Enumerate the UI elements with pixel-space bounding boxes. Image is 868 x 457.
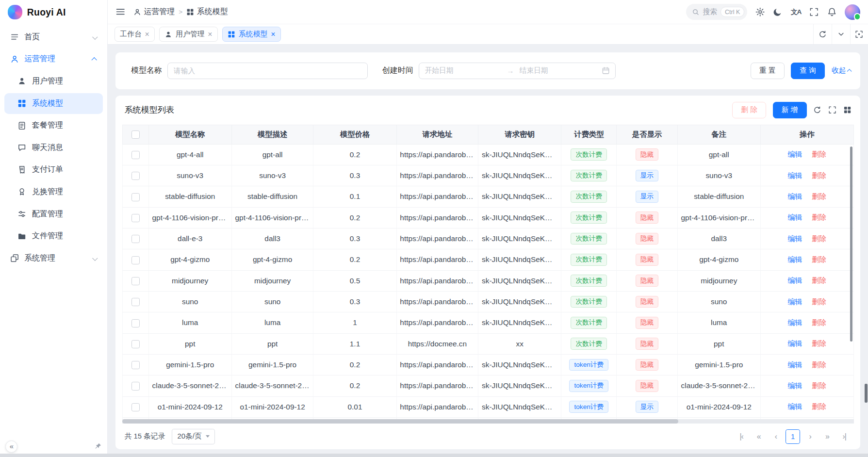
language-button[interactable]: 文A: [791, 8, 801, 16]
row-checkbox[interactable]: [131, 256, 140, 264]
add-button[interactable]: 新 增: [773, 102, 807, 118]
sidebar-item-payment-orders[interactable]: 支付订单: [4, 159, 103, 180]
table-fullscreen-button[interactable]: [828, 106, 836, 114]
sidebar-item-chat-messages[interactable]: 聊天消息: [4, 137, 103, 158]
fullscreen-button[interactable]: [809, 7, 819, 16]
delete-link[interactable]: 删除: [812, 382, 826, 390]
sidebar-item-user-management[interactable]: 用户管理: [4, 71, 103, 92]
edit-link[interactable]: 编辑: [787, 277, 802, 284]
row-checkbox[interactable]: [131, 382, 140, 390]
billing-type-tag: 次数计费: [571, 254, 607, 266]
model-name-input[interactable]: [167, 63, 368, 79]
close-icon[interactable]: ×: [271, 31, 275, 38]
tab-system-model[interactable]: 系统模型 ×: [222, 27, 281, 42]
row-checkbox[interactable]: [131, 151, 140, 159]
delete-link[interactable]: 删除: [812, 213, 826, 221]
table-row: claude-3-5-sonnet-20... claude-3-5-sonne…: [122, 375, 854, 396]
delete-link[interactable]: 删除: [812, 340, 826, 347]
sidebar-item-file-management[interactable]: 文件管理: [4, 226, 103, 246]
col-request-url: 请求地址: [397, 125, 479, 145]
edit-link[interactable]: 编辑: [787, 256, 802, 263]
edit-link[interactable]: 编辑: [787, 319, 802, 326]
sidebar-item-operations[interactable]: 运营管理: [4, 49, 103, 69]
edit-link[interactable]: 编辑: [787, 213, 802, 221]
sidebar-toggle-button[interactable]: [115, 7, 126, 17]
page-size-select[interactable]: 20条/页: [172, 429, 215, 444]
delete-link[interactable]: 删除: [812, 193, 826, 200]
delete-link[interactable]: 删除: [812, 235, 826, 243]
sidebar-item-config-management[interactable]: 配置管理: [4, 203, 103, 224]
dark-mode-button[interactable]: [773, 7, 782, 16]
table-row: gemini-1.5-pro gemini-1.5-pro 0.2 https:…: [122, 355, 854, 375]
next-page-button[interactable]: ›: [803, 429, 818, 444]
delete-link[interactable]: 删除: [812, 150, 826, 158]
notifications-button[interactable]: [827, 7, 836, 16]
sidebar-item-package-management[interactable]: 套餐管理: [4, 115, 103, 136]
query-button[interactable]: 查 询: [791, 63, 825, 79]
row-checkbox[interactable]: [131, 172, 140, 180]
edit-link[interactable]: 编辑: [787, 361, 802, 369]
tab-user-management[interactable]: 用户管理 ×: [159, 27, 218, 42]
row-checkbox[interactable]: [131, 298, 140, 306]
delete-link[interactable]: 删除: [812, 319, 826, 326]
sidebar-item-system-management[interactable]: 系统管理: [4, 248, 103, 269]
delete-link[interactable]: 删除: [812, 256, 826, 263]
edit-link[interactable]: 编辑: [787, 172, 802, 180]
row-checkbox[interactable]: [131, 214, 140, 222]
first-page-button[interactable]: |‹: [734, 429, 749, 444]
row-checkbox[interactable]: [131, 193, 140, 201]
delete-link[interactable]: 删除: [812, 403, 826, 410]
cell-request-url: https://docmee.cn: [397, 334, 479, 355]
cell-model-desc: dall3: [232, 228, 314, 249]
delete-link[interactable]: 删除: [812, 298, 826, 306]
close-icon[interactable]: ×: [208, 31, 212, 38]
page-scrollbar-thumb[interactable]: [865, 384, 868, 403]
edit-link[interactable]: 编辑: [787, 403, 802, 410]
delete-link[interactable]: 删除: [812, 361, 826, 369]
tab-workbench[interactable]: 工作台 ×: [115, 27, 155, 42]
refresh-table-button[interactable]: [813, 106, 821, 114]
date-range-picker[interactable]: 开始日期 → 结束日期: [419, 63, 616, 79]
last-page-button[interactable]: ›|: [837, 429, 852, 444]
row-checkbox[interactable]: [131, 361, 140, 369]
row-checkbox[interactable]: [131, 319, 140, 327]
content-fullscreen-button[interactable]: [850, 24, 868, 44]
row-checkbox[interactable]: [131, 277, 140, 285]
select-all-checkbox[interactable]: [131, 131, 140, 139]
tab-actions-dropdown[interactable]: [832, 24, 850, 44]
edit-link[interactable]: 编辑: [787, 235, 802, 243]
edit-link[interactable]: 编辑: [787, 340, 802, 347]
refresh-page-button[interactable]: [813, 24, 832, 44]
user-avatar[interactable]: [845, 4, 860, 20]
sidebar-item-system-model[interactable]: 系统模型: [4, 93, 103, 114]
row-checkbox[interactable]: [131, 403, 140, 411]
edit-link[interactable]: 编辑: [787, 382, 802, 390]
sidebar-item-exchange-management[interactable]: 兑换管理: [4, 181, 103, 202]
global-search[interactable]: 搜索 Ctrl K: [686, 4, 747, 20]
column-settings-button[interactable]: [843, 106, 852, 114]
current-page[interactable]: 1: [786, 429, 800, 444]
prev-page-button[interactable]: ‹: [769, 429, 783, 444]
table-row: suno suno 0.3 https://api.pandarobo... s…: [122, 292, 854, 312]
pin-sidebar-button[interactable]: [94, 442, 102, 450]
breadcrumb-operations[interactable]: 运营管理: [133, 7, 175, 17]
sidebar-item-home[interactable]: 首页: [4, 27, 103, 48]
jump-forward-button[interactable]: »: [820, 429, 835, 444]
delete-link[interactable]: 删除: [812, 277, 826, 284]
table-horizontal-scrollbar[interactable]: [122, 419, 854, 424]
batch-delete-button[interactable]: 删 除: [732, 102, 766, 118]
edit-link[interactable]: 编辑: [787, 150, 802, 158]
breadcrumb-system-model[interactable]: 系统模型: [186, 7, 228, 17]
row-checkbox[interactable]: [131, 340, 140, 348]
edit-link[interactable]: 编辑: [787, 298, 802, 306]
sidebar-collapse-button[interactable]: «: [5, 441, 17, 453]
reset-button[interactable]: 重 置: [751, 63, 785, 79]
settings-button[interactable]: [755, 7, 765, 16]
collapse-filter-link[interactable]: 收起: [832, 66, 852, 75]
delete-link[interactable]: 删除: [812, 172, 826, 180]
row-checkbox[interactable]: [131, 235, 140, 243]
table-vertical-scrollbar[interactable]: [850, 147, 853, 341]
jump-back-button[interactable]: «: [752, 429, 766, 444]
close-icon[interactable]: ×: [145, 31, 149, 38]
edit-link[interactable]: 编辑: [787, 193, 802, 200]
